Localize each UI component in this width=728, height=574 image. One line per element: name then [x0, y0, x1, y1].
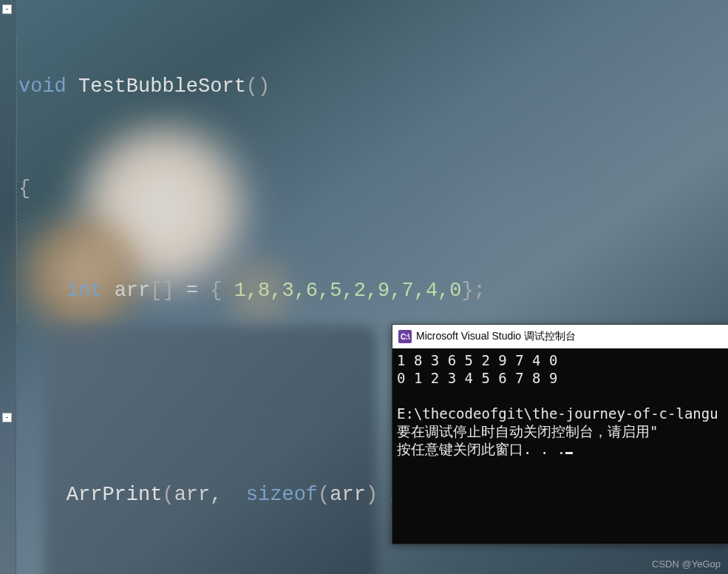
debug-console-window[interactable]: C:\ Microsoft Visual Studio 调试控制台 1 8 3 … — [392, 324, 728, 544]
brace: { — [18, 178, 30, 200]
identifier: arr — [330, 484, 366, 506]
indent-guide — [16, 37, 17, 323]
equals: = — [174, 280, 211, 302]
console-output[interactable]: 1 8 3 6 5 2 9 7 4 0 0 1 2 3 4 5 6 7 8 9 … — [392, 348, 728, 461]
console-line: E:\thecodeofgit\the-journey-of-c-langu — [397, 405, 718, 422]
code-line[interactable]: int arr[] = { 1,8,3,6,5,2,9,7,4,0}; — [18, 274, 605, 308]
console-line: 要在调试停止时自动关闭控制台，请启用" — [397, 423, 658, 439]
code-line[interactable]: void TestBubbleSort() — [18, 70, 605, 104]
number-list: 1,8,3,6,5,2,9,7,4,0 — [234, 280, 462, 302]
comma: , — [210, 484, 246, 506]
paren: ( — [318, 484, 330, 506]
function-call: ArrPrint — [67, 484, 163, 506]
window-titlebar[interactable]: C:\ Microsoft Visual Studio 调试控制台 — [392, 325, 728, 348]
cursor-icon — [565, 452, 573, 454]
console-line: 按任意键关闭此窗口. . . — [397, 441, 565, 457]
code-line[interactable]: { — [18, 172, 605, 206]
identifier: arr — [115, 280, 151, 302]
function-name: TestBubbleSort — [78, 75, 246, 98]
keyword-int: int — [67, 280, 103, 302]
brackets: [] — [150, 280, 174, 302]
keyword-void: void — [18, 75, 67, 98]
brace: { — [210, 280, 234, 302]
watermark-text: CSDN @YeGop — [652, 558, 721, 570]
indent-guide — [16, 445, 17, 522]
window-title: Microsoft Visual Studio 调试控制台 — [416, 330, 576, 343]
console-line: 0 1 2 3 4 5 6 7 8 9 — [397, 370, 557, 386]
identifier: arr — [174, 484, 211, 506]
brace-close: }; — [462, 280, 486, 302]
fold-toggle-icon[interactable]: - — [2, 413, 12, 422]
paren: ) — [366, 484, 378, 506]
keyword-sizeof: sizeof — [246, 484, 318, 506]
fold-toggle-icon[interactable]: - — [2, 4, 12, 14]
parens: () — [246, 75, 270, 98]
paren: ( — [162, 484, 174, 506]
console-line: 1 8 3 6 5 2 9 7 4 0 — [397, 352, 557, 368]
editor-gutter: - - — [0, 0, 16, 574]
vs-console-icon: C:\ — [398, 330, 412, 343]
